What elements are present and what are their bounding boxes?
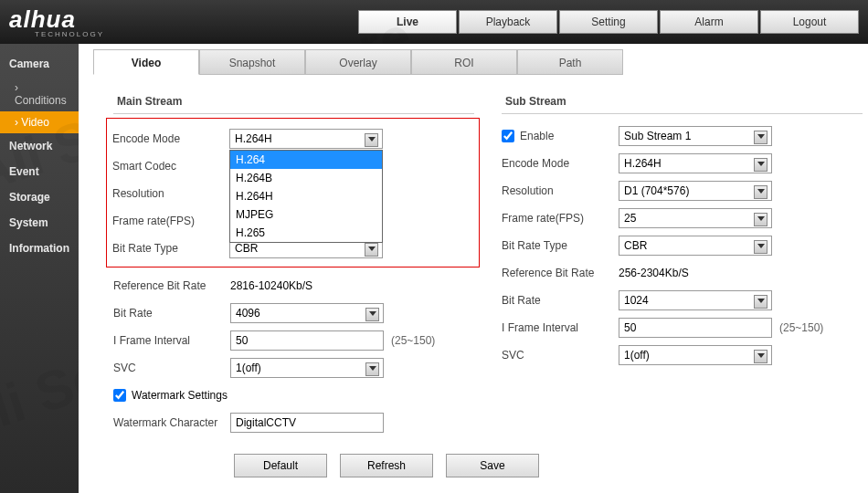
- sub-iframe-interval-note: (25~150): [779, 321, 823, 334]
- tab-overlay[interactable]: Overlay: [305, 49, 411, 75]
- logo: alhua TECHNOLOGY: [9, 5, 104, 38]
- ref-bitrate-value: 2816-10240Kb/S: [230, 279, 312, 292]
- tab-path[interactable]: Path: [517, 49, 623, 75]
- iframe-interval-note: (25~150): [391, 334, 435, 347]
- sub-bitrate-type-label: Bit Rate Type: [502, 239, 619, 252]
- encode-mode-label: Encode Mode: [112, 132, 229, 145]
- sub-encode-mode-select[interactable]: H.264H: [619, 153, 772, 173]
- sidebar-information[interactable]: Information: [0, 236, 79, 261]
- ref-bitrate-label: Reference Bit Rate: [113, 279, 230, 292]
- bitrate-select[interactable]: 4096: [230, 303, 384, 323]
- enable-checkbox[interactable]: [502, 130, 514, 142]
- tabs: Video Snapshot Overlay ROI Path: [93, 49, 868, 75]
- chevron-down-icon: [369, 366, 376, 371]
- chevron-down-icon: [757, 134, 765, 139]
- chevron-down-icon: [368, 246, 376, 251]
- sub-stream-title: Sub Stream: [502, 89, 863, 114]
- watermark-char-label: Watermark Character: [113, 416, 230, 429]
- nav-live[interactable]: Live: [358, 10, 457, 34]
- default-button[interactable]: Default: [234, 454, 327, 477]
- option-h264[interactable]: H.264: [230, 151, 382, 169]
- chevron-down-icon: [757, 299, 765, 303]
- chevron-down-icon: [757, 189, 765, 194]
- sub-bitrate-type-select[interactable]: CBR: [619, 236, 772, 256]
- enable-label: Enable: [520, 130, 619, 142]
- iframe-interval-input[interactable]: [230, 330, 384, 351]
- svc-label: SVC: [113, 362, 230, 374]
- sidebar-event[interactable]: Event: [0, 159, 79, 184]
- svc-select[interactable]: 1(off): [230, 358, 384, 378]
- sidebar: Camera Conditions Video Network Event St…: [0, 44, 79, 493]
- encode-mode-select[interactable]: H.264H H.264 H.264B H.264H MJPEG H.265: [229, 129, 383, 149]
- sub-svc-label: SVC: [502, 349, 619, 362]
- sub-fps-label: Frame rate(FPS): [502, 212, 619, 225]
- sub-ref-bitrate-label: Reference Bit Rate: [502, 267, 619, 279]
- footer-buttons: Default Refresh Save: [234, 454, 868, 477]
- sub-bitrate-label: Bit Rate: [502, 294, 619, 307]
- tab-video[interactable]: Video: [93, 49, 199, 75]
- chevron-down-icon: [757, 353, 765, 358]
- chevron-down-icon: [757, 244, 765, 248]
- sub-iframe-interval-label: I Frame Interval: [502, 321, 619, 334]
- tab-snapshot[interactable]: Snapshot: [199, 49, 305, 75]
- bitrate-type-label: Bit Rate Type: [112, 242, 229, 255]
- encode-mode-dropdown: H.264 H.264B H.264H MJPEG H.265: [229, 150, 383, 243]
- sub-resolution-select[interactable]: D1 (704*576): [619, 181, 772, 201]
- main-stream-column: Main Stream Encode Mode H.264H H.264 H.2…: [113, 89, 474, 437]
- watermark-settings-label: Watermark Settings: [132, 389, 228, 402]
- chevron-down-icon: [757, 162, 765, 166]
- sidebar-conditions[interactable]: Conditions: [0, 77, 79, 111]
- sub-iframe-interval-input[interactable]: [619, 318, 772, 338]
- sidebar-system[interactable]: System: [0, 210, 79, 236]
- sub-bitrate-select[interactable]: 1024: [619, 290, 772, 310]
- smart-codec-label: Smart Codec: [112, 160, 229, 173]
- sub-fps-select[interactable]: 25: [619, 208, 772, 228]
- refresh-button[interactable]: Refresh: [340, 454, 433, 477]
- tab-roi[interactable]: ROI: [411, 49, 517, 75]
- substream-select[interactable]: Sub Stream 1: [619, 126, 772, 146]
- nav-playback[interactable]: Playback: [459, 10, 557, 34]
- sub-resolution-label: Resolution: [502, 184, 619, 197]
- sub-svc-select[interactable]: 1(off): [619, 345, 772, 365]
- sub-ref-bitrate-value: 256-2304Kb/S: [619, 267, 689, 279]
- option-h264b[interactable]: H.264B: [230, 169, 382, 187]
- sidebar-camera[interactable]: Camera: [0, 51, 79, 77]
- content: Video Snapshot Overlay ROI Path Main Str…: [79, 44, 868, 493]
- resolution-label: Resolution: [112, 187, 229, 200]
- top-nav: Live Playback Setting Alarm Logout: [358, 10, 859, 34]
- nav-logout[interactable]: Logout: [760, 10, 859, 34]
- sub-stream-column: Sub Stream Enable Sub Stream 1 Encode Mo…: [502, 89, 863, 437]
- option-h265[interactable]: H.265: [230, 224, 382, 242]
- main-stream-title: Main Stream: [113, 89, 474, 114]
- watermark-char-input[interactable]: [230, 413, 384, 433]
- bitrate-label: Bit Rate: [113, 307, 230, 320]
- highlighted-box: Encode Mode H.264H H.264 H.264B H.264H M…: [106, 118, 480, 267]
- sidebar-network[interactable]: Network: [0, 133, 79, 159]
- save-button[interactable]: Save: [446, 454, 539, 477]
- nav-setting[interactable]: Setting: [559, 10, 658, 34]
- option-mjpeg[interactable]: MJPEG: [230, 205, 382, 224]
- option-h264h[interactable]: H.264H: [230, 187, 382, 205]
- chevron-down-icon: [368, 137, 376, 142]
- chevron-down-icon: [757, 216, 765, 221]
- chevron-down-icon: [369, 311, 376, 316]
- iframe-interval-label: I Frame Interval: [113, 334, 230, 347]
- watermark-checkbox[interactable]: [113, 389, 126, 402]
- top-bar: alhua TECHNOLOGY Live Playback Setting A…: [0, 0, 868, 44]
- sub-encode-mode-label: Encode Mode: [502, 157, 619, 170]
- fps-label: Frame rate(FPS): [112, 215, 229, 227]
- sidebar-video[interactable]: Video: [0, 111, 79, 133]
- nav-alarm[interactable]: Alarm: [660, 10, 758, 34]
- sidebar-storage[interactable]: Storage: [0, 184, 79, 210]
